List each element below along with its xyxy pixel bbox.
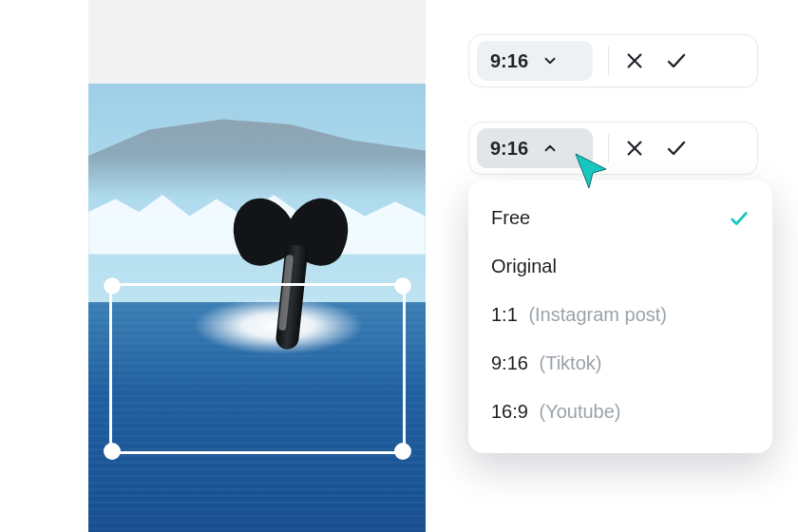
crop-handle-bottom-left[interactable] bbox=[104, 443, 121, 460]
aspect-selector-open: 9:16 bbox=[468, 122, 758, 175]
canvas-background bbox=[88, 0, 426, 532]
check-icon bbox=[729, 208, 750, 229]
option-ratio: 1:1 bbox=[491, 304, 518, 325]
aspect-option-free[interactable]: Free bbox=[468, 194, 772, 242]
aspect-ratio-menu: Free Original 1:1 (Instagram post) 9:16 … bbox=[468, 180, 772, 453]
crop-handle-top-right[interactable] bbox=[394, 277, 411, 294]
option-ratio: 16:9 bbox=[491, 401, 528, 422]
close-icon bbox=[624, 50, 645, 71]
chevron-down-icon bbox=[542, 52, 559, 69]
cancel-button[interactable] bbox=[622, 136, 647, 161]
option-label: Free bbox=[491, 207, 530, 229]
check-icon bbox=[665, 49, 688, 72]
option-desc: (Tiktok) bbox=[540, 352, 602, 373]
crop-handle-top-left[interactable] bbox=[104, 277, 121, 294]
crop-rectangle[interactable] bbox=[109, 283, 406, 454]
aspect-selector-collapsed: 9:16 bbox=[468, 34, 758, 87]
close-icon bbox=[624, 138, 645, 159]
image-preview bbox=[88, 84, 426, 532]
confirm-button[interactable] bbox=[664, 48, 689, 73]
aspect-ratio-dropdown-open[interactable]: 9:16 bbox=[477, 128, 593, 168]
aspect-ratio-dropdown[interactable]: 9:16 bbox=[477, 41, 593, 81]
confirm-button[interactable] bbox=[664, 136, 689, 161]
option-desc: (Youtube) bbox=[540, 401, 621, 422]
aspect-option-9-16[interactable]: 9:16 (Tiktok) bbox=[468, 339, 772, 388]
option-ratio: 9:16 bbox=[491, 352, 528, 373]
aspect-option-1-1[interactable]: 1:1 (Instagram post) bbox=[468, 291, 772, 339]
aspect-ratio-value: 9:16 bbox=[490, 138, 528, 160]
divider bbox=[608, 134, 609, 162]
option-label: Original bbox=[491, 256, 557, 277]
crop-handle-bottom-right[interactable] bbox=[394, 443, 411, 460]
cancel-button[interactable] bbox=[622, 48, 647, 73]
divider bbox=[608, 47, 609, 75]
chevron-up-icon bbox=[542, 140, 559, 157]
option-desc: (Instagram post) bbox=[528, 304, 667, 325]
aspect-option-16-9[interactable]: 16:9 (Youtube) bbox=[468, 388, 772, 436]
aspect-ratio-value: 9:16 bbox=[490, 50, 528, 72]
check-icon bbox=[665, 137, 688, 160]
aspect-option-original[interactable]: Original bbox=[468, 242, 772, 291]
